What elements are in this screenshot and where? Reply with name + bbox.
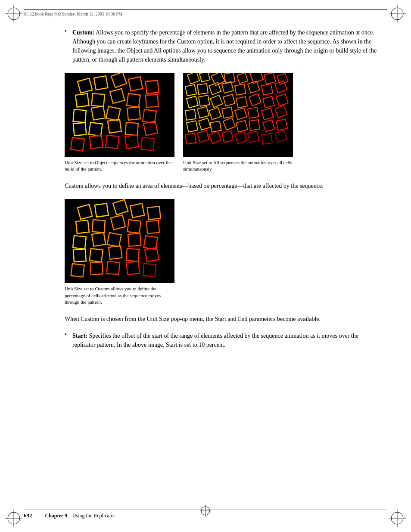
image-canvas-1 [65, 73, 174, 157]
bullet-custom: • Custom: Allows you to specify the perc… [65, 28, 381, 64]
chapter-title: Using the Replicator [72, 513, 115, 519]
bullet-start-label: Start: [72, 333, 87, 339]
caption-2: Unit Size set to All sequences the anima… [183, 159, 293, 173]
main-content: • Custom: Allows you to specify the perc… [65, 28, 381, 357]
para-1: Custom allows you to define an area of e… [65, 181, 381, 191]
image-block-2: Unit Size set to All sequences the anima… [183, 73, 293, 173]
bullet-custom-label: Custom: [72, 29, 94, 36]
corner-crosshair-br [389, 510, 406, 527]
bullet-custom-text: Custom: Allows you to specify the percen… [72, 28, 381, 64]
image-block-1: Unit Size set to Object sequences the an… [65, 73, 174, 173]
bullet-custom-body: Allows you to specify the percentage of … [72, 29, 377, 63]
corner-crosshair-tr [389, 5, 406, 22]
caption-3: Unit Size set to Custom allows you to de… [65, 286, 174, 305]
bullet-dot-1: • [65, 28, 67, 35]
caption-1: Unit Size set to Object sequences the an… [65, 159, 174, 173]
chapter-label: Chapter 9 Using the Replicator [45, 513, 115, 519]
page-number: 692 [24, 512, 32, 519]
header-text: 01112.book Page 692 Sunday, March 13, 20… [24, 12, 122, 16]
bullet-start-body: Specifies the offset of the start of the… [72, 333, 358, 348]
image-canvas-2 [183, 73, 293, 157]
image-canvas-3 [65, 199, 174, 283]
center-tick-bottom [199, 504, 212, 519]
para-2: When Custom is chosen from the Unit Size… [65, 314, 381, 324]
bullet-start: • Start: Specifies the offset of the sta… [65, 331, 381, 349]
bullet-start-text: Start: Specifies the offset of the start… [72, 331, 381, 349]
chapter-name: Chapter 9 [45, 513, 67, 519]
bullet-dot-2: • [65, 331, 67, 338]
corner-crosshair-tl [5, 5, 22, 22]
image-block-3: Unit Size set to Custom allows you to de… [65, 199, 174, 305]
images-row-2: Unit Size set to Custom allows you to de… [65, 199, 381, 305]
images-row-1: Unit Size set to Object sequences the an… [65, 73, 381, 173]
page-header: 01112.book Page 692 Sunday, March 13, 20… [24, 9, 387, 16]
corner-crosshair-bl [5, 510, 22, 527]
